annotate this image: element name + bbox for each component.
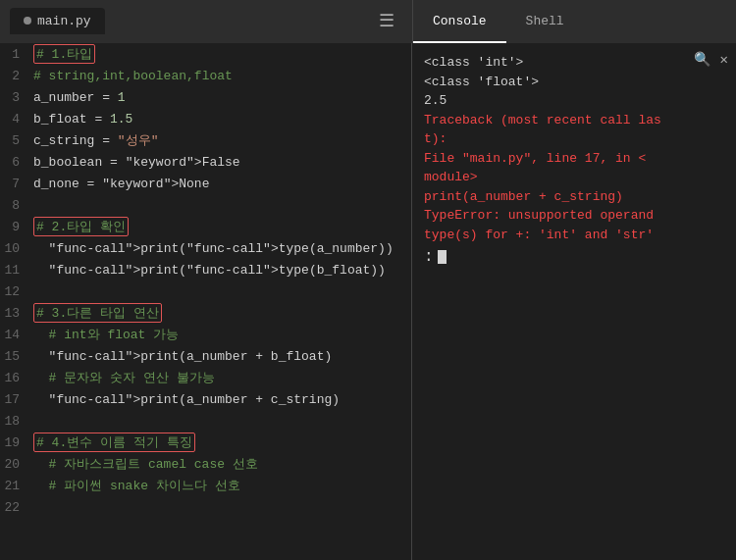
editor-pane[interactable]: 1# 1.타입2# string,int,boolean,float3a_num…: [0, 43, 412, 560]
line-number: 1: [0, 43, 29, 65]
line-code: "func-call">print(a_number + c_string): [29, 388, 411, 410]
line-code: # string,int,boolean,float: [29, 65, 411, 86]
table-row: 17 "func-call">print(a_number + c_string…: [0, 388, 411, 410]
main-content: 1# 1.타입2# string,int,boolean,float3a_num…: [0, 43, 736, 560]
line-number: 11: [0, 259, 29, 280]
editor-tab-area: main.py ☰: [0, 0, 412, 43]
section-label: # 3.다른 타입 연산: [33, 303, 162, 323]
line-code: [29, 280, 411, 302]
console-line: 2.5: [424, 91, 724, 111]
table-row: 16 # 문자와 숫자 연산 불가능: [0, 367, 411, 388]
table-row: 11 "func-call">print("func-call">type(b_…: [0, 259, 411, 280]
line-number: 10: [0, 237, 29, 259]
tab-dot-icon: [24, 17, 31, 25]
cursor-block: [438, 250, 447, 264]
output-prompt: :: [424, 248, 724, 266]
line-number: 16: [0, 367, 29, 388]
menu-icon-btn[interactable]: ☰: [371, 6, 402, 35]
table-row: 7d_none = "keyword">None: [0, 173, 411, 194]
table-row: 13# 3.다른 타입 연산: [0, 302, 411, 324]
line-number: 2: [0, 65, 29, 86]
line-code: [29, 194, 411, 216]
section-label: # 4.변수 이름 적기 특징: [33, 433, 195, 452]
comment-text: # 파이썬 snake 차이느다 선호: [33, 479, 240, 493]
table-row: 1# 1.타입: [0, 43, 411, 65]
search-icon[interactable]: 🔍: [694, 51, 710, 68]
console-line: <class 'float'>: [424, 73, 724, 92]
line-code: # 1.타입: [29, 43, 411, 65]
code-table: 1# 1.타입2# string,int,boolean,float3a_num…: [0, 43, 411, 518]
prompt-symbol: :: [424, 248, 434, 266]
comment-text: # 문자와 숫자 연산 불가능: [33, 371, 215, 385]
table-row: 6b_boolean = "keyword">False: [0, 151, 411, 173]
line-number: 7: [0, 173, 29, 194]
line-code: [29, 496, 411, 518]
editor-tab-label: main.py: [37, 14, 91, 28]
line-number: 8: [0, 194, 29, 216]
table-row: 15 "func-call">print(a_number + b_float): [0, 345, 411, 367]
editor-tab[interactable]: main.py: [10, 8, 105, 34]
shell-tab[interactable]: Shell: [506, 0, 584, 43]
comment-text: # string,int,boolean,float: [33, 69, 233, 83]
line-number: 4: [0, 108, 29, 129]
console-line: t):: [424, 129, 724, 149]
table-row: 22: [0, 496, 411, 518]
console-line: type(s) for +: 'int' and 'str': [424, 226, 724, 245]
table-row: 20 # 자바스크립트 camel case 선호: [0, 453, 411, 475]
comment-text: # 자바스크립트 camel case 선호: [33, 457, 258, 472]
line-code: b_boolean = "keyword">False: [29, 151, 411, 173]
line-code: # 파이썬 snake 차이느다 선호: [29, 475, 411, 496]
console-line: print(a_number + c_string): [424, 187, 724, 207]
line-code: [29, 410, 411, 432]
line-code: # 문자와 숫자 연산 불가능: [29, 367, 411, 388]
console-pane[interactable]: 🔍 ✕ <class 'int'><class 'float'>2.5Trace…: [412, 43, 736, 560]
comment-text: # int와 float 가능: [33, 328, 179, 342]
line-number: 18: [0, 410, 29, 432]
table-row: 10 "func-call">print("func-call">type(a_…: [0, 237, 411, 259]
line-code: c_string = "성우": [29, 129, 411, 151]
top-bar: main.py ☰ Console Shell: [0, 0, 736, 43]
close-icon[interactable]: ✕: [720, 51, 728, 68]
table-row: 19# 4.변수 이름 적기 특징: [0, 432, 411, 453]
line-code: "func-call">print("func-call">type(b_flo…: [29, 259, 411, 280]
table-row: 12: [0, 280, 411, 302]
line-number: 5: [0, 129, 29, 151]
line-number: 15: [0, 345, 29, 367]
line-code: # int와 float 가능: [29, 324, 411, 345]
section-label: # 2.타입 확인: [33, 217, 129, 236]
line-code: a_number = 1: [29, 86, 411, 108]
line-number: 12: [0, 280, 29, 302]
line-number: 3: [0, 86, 29, 108]
line-number: 22: [0, 496, 29, 518]
console-line: Traceback (most recent call las: [424, 111, 724, 130]
line-code: # 3.다른 타입 연산: [29, 302, 411, 324]
console-tab[interactable]: Console: [413, 0, 506, 43]
table-row: 21 # 파이썬 snake 차이느다 선호: [0, 475, 411, 496]
table-row: 4b_float = 1.5: [0, 108, 411, 129]
table-row: 5c_string = "성우": [0, 129, 411, 151]
line-number: 9: [0, 216, 29, 237]
console-line: <class 'int'>: [424, 53, 724, 73]
table-row: 8: [0, 194, 411, 216]
console-line: module>: [424, 168, 724, 187]
table-row: 18: [0, 410, 411, 432]
line-code: # 4.변수 이름 적기 특징: [29, 432, 411, 453]
line-code: d_none = "keyword">None: [29, 173, 411, 194]
table-row: 14 # int와 float 가능: [0, 324, 411, 345]
line-code: # 2.타입 확인: [29, 216, 411, 237]
line-number: 13: [0, 302, 29, 324]
console-tab-area: Console Shell: [412, 0, 736, 43]
line-number: 6: [0, 151, 29, 173]
section-label: # 1.타입: [33, 44, 95, 64]
line-number: 20: [0, 453, 29, 475]
line-code: # 자바스크립트 camel case 선호: [29, 453, 411, 475]
console-toolbar: 🔍 ✕: [694, 51, 728, 68]
line-number: 14: [0, 324, 29, 345]
line-code: "func-call">print(a_number + b_float): [29, 345, 411, 367]
table-row: 3a_number = 1: [0, 86, 411, 108]
line-number: 19: [0, 432, 29, 453]
table-row: 2# string,int,boolean,float: [0, 65, 411, 86]
console-output: <class 'int'><class 'float'>2.5Traceback…: [424, 53, 724, 244]
console-line: File "main.py", line 17, in <: [424, 149, 724, 169]
table-row: 9# 2.타입 확인: [0, 216, 411, 237]
